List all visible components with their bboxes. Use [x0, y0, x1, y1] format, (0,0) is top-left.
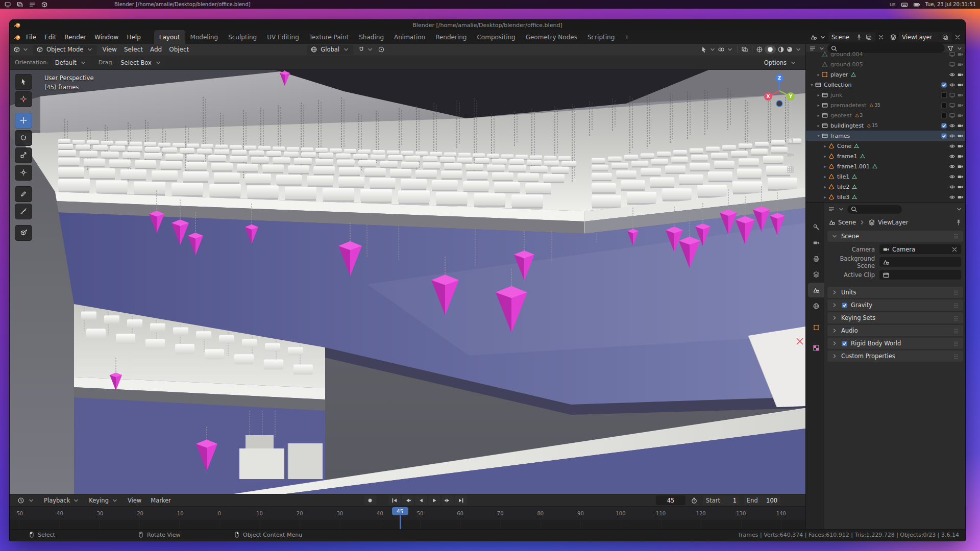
expand-icon[interactable]: ▾	[816, 134, 821, 138]
hide-in-viewport-icon[interactable]	[949, 153, 955, 160]
section-checkbox[interactable]	[841, 340, 848, 347]
expand-icon[interactable]: ▸	[816, 113, 821, 118]
timeline-menu-keying[interactable]: Keying	[85, 496, 122, 505]
disable-in-renders-icon[interactable]	[957, 51, 964, 58]
tray-app-icon[interactable]	[16, 1, 23, 8]
disable-in-renders-icon[interactable]	[957, 122, 964, 130]
outliner-row-Cone[interactable]: ▸Cone	[806, 141, 966, 151]
zoom-icon[interactable]	[786, 121, 795, 130]
disable-in-renders-icon[interactable]	[957, 61, 964, 68]
timeline-menu-view[interactable]: View	[124, 496, 145, 505]
expand-icon[interactable]: ▸	[822, 195, 828, 199]
disable-in-renders-icon[interactable]	[957, 102, 964, 109]
properties-tab-scene[interactable]	[808, 283, 824, 297]
outliner-row-ground-004[interactable]: ground.004	[806, 49, 966, 59]
window-titlebar[interactable]: Blender [/home/amalie/Desktop/blender/of…	[10, 20, 965, 30]
viewport-menu-add[interactable]: Add	[146, 45, 165, 54]
playhead-badge[interactable]: 45	[392, 507, 408, 515]
expand-icon[interactable]: ▸	[822, 174, 828, 179]
gizmo-z-label[interactable]: Z	[778, 76, 781, 81]
new-scene-icon[interactable]	[865, 34, 872, 41]
timeline-editor-icon[interactable]	[14, 495, 38, 505]
gizmos-toggle-icon[interactable]	[700, 46, 707, 53]
clock[interactable]: Tue, 23 Jul 20:31:51	[925, 2, 976, 7]
hide-in-viewport-icon[interactable]	[949, 133, 955, 140]
camera-field[interactable]: Camera	[879, 244, 961, 254]
disable-in-renders-icon[interactable]	[957, 143, 964, 150]
remove-view-layer-icon[interactable]	[954, 34, 961, 41]
disable-in-viewports-icon[interactable]	[949, 61, 955, 68]
hide-in-viewport-icon[interactable]	[949, 71, 955, 79]
auto-keying-button[interactable]	[364, 495, 376, 505]
tool-add-cube-button[interactable]	[15, 225, 32, 241]
outliner-row-geotest[interactable]: ▸geotest3	[806, 110, 966, 120]
hide-in-viewport-icon[interactable]	[949, 173, 955, 181]
tool-transform-button[interactable]	[15, 165, 32, 181]
disable-in-viewports-icon[interactable]	[949, 102, 955, 109]
tool-cursor-button[interactable]	[15, 91, 32, 107]
grip-icon[interactable]	[952, 233, 960, 240]
expand-icon[interactable]: ▸	[822, 144, 828, 148]
play-button[interactable]	[428, 495, 440, 505]
pin-icon[interactable]	[855, 34, 863, 41]
play-reverse-button[interactable]	[415, 495, 427, 505]
workspace-tab-animation[interactable]: Animation	[389, 30, 430, 44]
disable-in-renders-icon[interactable]	[957, 92, 964, 99]
breadcrumb-scene[interactable]: Scene	[838, 219, 856, 226]
gizmo-x-label[interactable]: X	[767, 94, 770, 99]
new-view-layer-icon[interactable]	[942, 34, 949, 41]
3d-viewport[interactable]: User Perspective (45) frames Z X Y	[10, 70, 805, 494]
expand-icon[interactable]: ▾	[809, 83, 815, 87]
disable-in-renders-icon[interactable]	[957, 184, 964, 191]
properties-tab-tool[interactable]	[808, 219, 824, 234]
pan-hand-icon[interactable]	[786, 136, 795, 144]
tray-app-icon[interactable]	[4, 1, 11, 8]
tool-measure-button[interactable]	[15, 204, 32, 219]
outliner-row-ground-005[interactable]: ground.005	[806, 59, 966, 69]
expand-icon[interactable]: ▸	[822, 164, 828, 169]
chevron-down-icon[interactable]	[819, 34, 826, 41]
outliner-row-frames[interactable]: ▾frames	[806, 131, 966, 141]
timeline-menu-playback[interactable]: Playback	[40, 496, 83, 505]
clear-icon[interactable]	[951, 246, 958, 253]
expand-icon[interactable]: ▸	[816, 103, 821, 108]
tool-scale-button[interactable]	[15, 147, 32, 163]
disable-in-renders-icon[interactable]	[957, 163, 964, 170]
frame-end-field[interactable]: End100	[744, 495, 780, 505]
expand-icon[interactable]: ▸	[822, 154, 828, 159]
properties-section-gravity[interactable]: Gravity	[827, 299, 963, 311]
outliner-row-frame1-001[interactable]: ▸frame1.001	[806, 161, 966, 171]
scene-icon[interactable]	[828, 219, 836, 226]
add-workspace-button[interactable]: +	[621, 34, 633, 41]
hide-in-viewport-icon[interactable]	[949, 184, 955, 191]
viewport-menu-object[interactable]: Object	[165, 45, 192, 54]
properties-tab-view-layer[interactable]	[808, 267, 824, 282]
timeline-track-area[interactable]	[10, 520, 805, 529]
properties-section-custom-properties[interactable]: Custom Properties	[827, 350, 963, 362]
properties-section-rigid-body-world[interactable]: Rigid Body World	[827, 338, 963, 349]
chevron-down-icon[interactable]	[838, 206, 845, 213]
menu-edit[interactable]: Edit	[40, 33, 60, 42]
timeline-ruler[interactable]: 45 -50-40-30-20-100102030405060708090100…	[10, 506, 805, 520]
chevron-down-icon[interactable]	[22, 46, 29, 53]
disable-in-renders-icon[interactable]	[957, 82, 964, 89]
workspace-tab-compositing[interactable]: Compositing	[472, 30, 520, 44]
transform-orientation-dropdown[interactable]: Global	[307, 45, 353, 55]
expand-icon[interactable]: ▸	[816, 72, 821, 77]
collection-checkbox[interactable]	[941, 122, 947, 130]
properties-options-icon[interactable]	[955, 206, 963, 213]
scene-name-field[interactable]: Scene	[828, 32, 875, 42]
outliner-row-Collection[interactable]: ▾Collection	[806, 80, 966, 90]
section-checkbox[interactable]	[841, 302, 848, 309]
jump-to-end-button[interactable]	[455, 495, 467, 505]
hide-in-viewport-icon[interactable]	[949, 122, 955, 130]
previous-keyframe-button[interactable]	[402, 495, 414, 505]
workspace-tab-modeling[interactable]: Modeling	[185, 30, 224, 44]
outliner-row-tile2[interactable]: ▸tile2	[806, 182, 966, 192]
expand-icon[interactable]: ▸	[822, 185, 828, 189]
snap-options-icon[interactable]	[366, 46, 374, 53]
active-clip-field[interactable]	[879, 270, 961, 280]
menu-window[interactable]: Window	[90, 33, 122, 42]
view-layer-icon[interactable]	[868, 219, 875, 226]
orientation-dropdown[interactable]: Default	[52, 58, 90, 67]
